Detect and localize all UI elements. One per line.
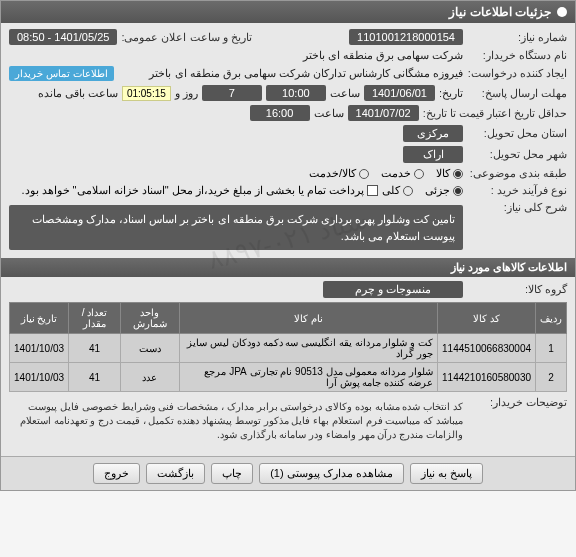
footer-toolbar: پاسخ به نیاز مشاهده مدارک پیوستی (1) چاپ…: [1, 456, 575, 490]
buyer-notes-label: توضیحات خریدار:: [467, 396, 567, 409]
radio-goods[interactable]: کالا: [436, 167, 463, 180]
table-row[interactable]: 2 1144210160580030 شلوار مردانه معمولی م…: [10, 363, 567, 392]
need-no-label: شماره نیاز:: [467, 31, 567, 44]
deadline-time: 10:00: [266, 85, 326, 101]
validity-time: 16:00: [250, 105, 310, 121]
goods-section-header: اطلاعات کالاهای مورد نیاز: [1, 258, 575, 277]
province-label: استان محل تحویل:: [467, 127, 567, 140]
announce-value: 1401/05/25 - 08:50: [9, 29, 117, 45]
table-row[interactable]: 1 1144510066830004 کت و شلوار مردانه یقه…: [10, 334, 567, 363]
radio-both[interactable]: کالا/خدمت: [309, 167, 369, 180]
deadline-date: 1401/06/01: [364, 85, 435, 101]
deadline-time-label: ساعت: [330, 87, 360, 100]
announce-label: تاریخ و ساعت اعلان عمومی:: [121, 31, 251, 44]
validity-label: حداقل تاریخ اعتبار قیمت تا تاریخ:: [423, 107, 567, 120]
city-value: اراک: [403, 146, 463, 163]
reply-button[interactable]: پاسخ به نیاز: [410, 463, 483, 484]
process-label: نوع فرآیند خرید :: [467, 184, 567, 197]
th-date: تاریخ نیاز: [10, 303, 69, 334]
goods-table: ردیف کد کالا نام کالا واحد شمارش تعداد /…: [9, 302, 567, 392]
buyer-label: نام دستگاه خریدار:: [467, 49, 567, 62]
th-row: ردیف: [536, 303, 567, 334]
group-label: گروه کالا:: [467, 283, 567, 296]
validity-time-label: ساعت: [314, 107, 344, 120]
buyer-value: شرکت سهامی برق منطقه ای باختر: [303, 49, 463, 62]
requester-label: ایجاد کننده درخواست:: [467, 67, 567, 80]
deadline-label: مهلت ارسال پاسخ:: [467, 87, 567, 100]
print-button[interactable]: چاپ: [211, 463, 253, 484]
treasury-check[interactable]: پرداخت تمام یا بخشی از مبلغ خرید،از محل …: [21, 184, 378, 197]
summary-label: شرح کلی نیاز:: [467, 201, 567, 214]
radio-total[interactable]: کلی: [382, 184, 413, 197]
buyer-notes: کد انتخاب شده مشابه بوده وکالای درخواستی…: [9, 396, 463, 446]
province-value: مرکزی: [403, 125, 463, 142]
remaining-label: ساعت باقی مانده: [38, 87, 118, 100]
window-header: جزئیات اطلاعات نیاز: [1, 1, 575, 23]
group-value: منسوجات و چرم: [323, 281, 463, 298]
deadline-date-label: تاریخ:: [439, 87, 463, 100]
requester-value: فیروزه مشگانی کارشناس تدارکان شرکت سهامی…: [118, 67, 463, 80]
th-code: کد کالا: [438, 303, 536, 334]
validity-date: 1401/07/02: [348, 105, 419, 121]
header-icon: [557, 7, 567, 17]
days-label: روز و: [175, 87, 198, 100]
category-radios: کالا خدمت کالا/خدمت: [309, 167, 463, 180]
need-no-value: 1101001218000154: [349, 29, 463, 45]
radio-services[interactable]: خدمت: [381, 167, 424, 180]
th-qty: تعداد / مقدار: [69, 303, 121, 334]
th-name: نام کالا: [179, 303, 438, 334]
back-button[interactable]: بازگشت: [146, 463, 205, 484]
contact-badge[interactable]: اطلاعات تماس خریدار: [9, 66, 114, 81]
city-label: شهر محل تحویل:: [467, 148, 567, 161]
window-title: جزئیات اطلاعات نیاز: [449, 5, 551, 19]
attachments-button[interactable]: مشاهده مدارک پیوستی (1): [259, 463, 404, 484]
countdown: 01:05:15: [122, 86, 171, 101]
days-value: 7: [202, 85, 262, 101]
process-radios: جزئی کلی: [382, 184, 463, 197]
radio-partial[interactable]: جزئی: [425, 184, 463, 197]
category-label: طبقه بندی موضوعی:: [467, 167, 567, 180]
summary-text: تامین کت وشلوار پهره برداری شرکت برق منط…: [9, 205, 463, 250]
exit-button[interactable]: خروج: [93, 463, 140, 484]
th-unit: واحد شمارش: [121, 303, 179, 334]
